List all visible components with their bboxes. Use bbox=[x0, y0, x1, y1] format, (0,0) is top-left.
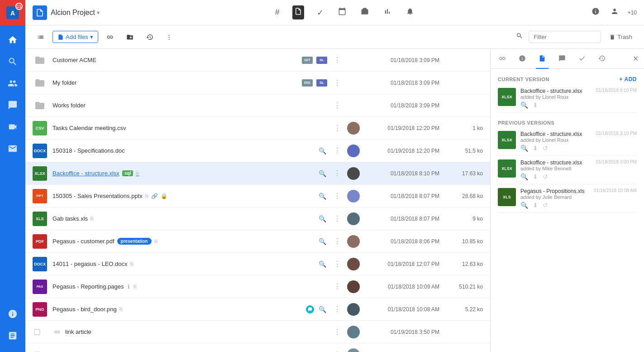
filter-input[interactable] bbox=[529, 31, 601, 43]
version-restore-icon[interactable]: ↺ bbox=[543, 202, 548, 209]
more-options-icon[interactable]: ⋮ bbox=[331, 100, 343, 111]
topbar-title[interactable]: Alcion Project ▾ bbox=[51, 9, 100, 17]
sidebar-item-bottom-icon[interactable] bbox=[0, 325, 25, 347]
search-action-icon[interactable]: 🔍 bbox=[318, 305, 327, 314]
table-row[interactable]: PNG Pegasus - bird_door.png ⎘ 🔍 ⋮ 01/18/… bbox=[25, 298, 490, 321]
version-search-icon[interactable]: 🔍 bbox=[520, 202, 528, 209]
list-view-button[interactable] bbox=[33, 31, 49, 43]
sidebar-item-mail[interactable] bbox=[0, 138, 25, 159]
add-files-button[interactable]: Add files ▾ bbox=[52, 31, 98, 43]
table-row[interactable]: Awesome link ⋮ 01/18/2018 3:09 PM bbox=[25, 343, 490, 352]
sidebar-item-chat[interactable] bbox=[0, 94, 25, 116]
more-options-button[interactable]: ⋮ bbox=[162, 31, 177, 43]
topbar-chart-icon[interactable] bbox=[382, 5, 393, 19]
table-row[interactable]: My folder DIS SL ⋮ 01/18/2018 3:09 PM bbox=[25, 72, 490, 94]
panel-tab-info[interactable] bbox=[516, 49, 529, 69]
file-actions: 🔍 bbox=[318, 214, 327, 223]
search-icon[interactable] bbox=[514, 30, 525, 43]
more-options-icon[interactable]: ⋮ bbox=[331, 123, 343, 133]
file-date: 01/18/2018 10:09 AM bbox=[367, 284, 439, 290]
search-action-icon[interactable]: 🔍 bbox=[318, 237, 327, 246]
topbar-calendar-icon[interactable] bbox=[336, 5, 348, 19]
new-folder-button[interactable] bbox=[122, 31, 138, 43]
more-options-icon[interactable]: ⋮ bbox=[331, 349, 343, 352]
file-date: 01/18/2018 10:08 AM bbox=[367, 306, 439, 313]
file-name: Customer ACME bbox=[52, 57, 302, 63]
search-action-icon[interactable]: 🔍 bbox=[318, 146, 327, 155]
more-options-icon[interactable]: ⋮ bbox=[331, 145, 343, 156]
table-row[interactable]: PAG Pegasus - Reporting.pages ℹ ⎘ ⋮ 01/1… bbox=[25, 275, 490, 298]
sidebar-item-search[interactable] bbox=[0, 51, 25, 72]
table-row[interactable]: CSV Tasks Calendar meeting.csv ⋮ 01/19/2… bbox=[25, 117, 490, 140]
more-options-icon[interactable]: ⋮ bbox=[331, 304, 343, 314]
table-row[interactable]: XLSX Backoffice - structure.xlsx sql ⎘ 🔍… bbox=[25, 162, 490, 185]
panel-tab-versions[interactable] bbox=[536, 49, 549, 69]
version-restore-icon[interactable]: ↺ bbox=[543, 173, 548, 180]
more-options-icon[interactable]: ⋮ bbox=[331, 77, 343, 88]
file-date: 01/18/2018 8:10 PM bbox=[367, 170, 439, 177]
copy-icon: ⎘ bbox=[134, 284, 137, 290]
more-options-icon[interactable]: ⋮ bbox=[331, 168, 343, 178]
more-options-icon[interactable]: ⋮ bbox=[331, 259, 343, 269]
sidebar-item-users[interactable] bbox=[0, 72, 25, 94]
version-file-icon: XLS bbox=[498, 188, 516, 206]
current-version-section: CURRENT VERSION + Add bbox=[498, 76, 637, 82]
more-options-icon[interactable]: ⋮ bbox=[331, 236, 343, 246]
version-download-icon[interactable]: ⬇ bbox=[533, 145, 538, 152]
sidebar-item-info[interactable] bbox=[0, 303, 25, 325]
topbar: Alcion Project ▾ # ✓ bbox=[25, 0, 644, 25]
topbar-file-icon[interactable] bbox=[292, 5, 304, 19]
table-row[interactable]: link article ⋮ 01/19/2018 3:50 PM bbox=[25, 321, 490, 343]
more-options-icon[interactable]: ⋮ bbox=[331, 327, 343, 337]
table-row[interactable]: XLS Gab tasks.xls ⎘ 🔍 ⋮ 01/18/2018 8:07 … bbox=[25, 207, 490, 230]
version-search-icon[interactable]: 🔍 bbox=[520, 145, 528, 152]
panel-tab-chat[interactable] bbox=[556, 49, 568, 69]
version-download-icon[interactable]: ⬇ bbox=[533, 173, 538, 180]
search-action-icon[interactable]: 🔍 bbox=[318, 192, 327, 201]
topbar-bell-icon[interactable] bbox=[404, 5, 416, 19]
more-options-icon[interactable]: ⋮ bbox=[331, 281, 343, 292]
more-options-icon[interactable]: ⋮ bbox=[331, 191, 343, 201]
presentation-tag: presentation bbox=[117, 238, 152, 245]
png-icon: PNG bbox=[33, 302, 47, 317]
add-version-button[interactable]: + Add bbox=[620, 76, 637, 82]
checkbox-icon bbox=[33, 328, 42, 337]
table-row[interactable]: DOCX 150318 - Specifications.doc 🔍 ⋮ 01/… bbox=[25, 140, 490, 162]
app-logo[interactable]: A 11 bbox=[0, 0, 25, 25]
more-options-icon[interactable]: ⋮ bbox=[331, 213, 343, 224]
table-row[interactable]: PDF Pegasus - customer.pdf presentation … bbox=[25, 230, 490, 253]
sidebar-item-video[interactable] bbox=[0, 116, 25, 138]
topbar-check-icon[interactable]: ✓ bbox=[315, 6, 325, 19]
file-name: 150305 - Sales Presentations.pptx ⎘ 🔗 🔒 bbox=[52, 193, 318, 199]
table-row[interactable]: PPT 150305 - Sales Presentations.pptx ⎘ … bbox=[25, 185, 490, 207]
table-row[interactable]: Works folder ⋮ 01/18/2018 3:09 PM bbox=[25, 94, 490, 117]
version-download-icon[interactable]: ⬇ bbox=[533, 202, 538, 209]
file-name: 14011 - pegasus - LEO.docx ⎘ bbox=[52, 260, 318, 267]
version-search-icon[interactable]: 🔍 bbox=[520, 173, 528, 180]
version-download-icon[interactable]: ⬇ bbox=[533, 101, 538, 109]
file-avatar bbox=[347, 167, 360, 180]
table-row[interactable]: Customer ACME GIT SL ⋮ 01/18/2018 3:09 P… bbox=[25, 49, 490, 72]
panel-close-button[interactable]: ✕ bbox=[633, 54, 639, 63]
search-action-icon[interactable]: 🔍 bbox=[318, 260, 327, 269]
panel-tab-link[interactable] bbox=[496, 49, 509, 69]
trash-button[interactable]: Trash bbox=[605, 31, 637, 43]
topbar-briefcase-icon[interactable] bbox=[359, 5, 371, 19]
panel-tab-check[interactable] bbox=[576, 49, 588, 69]
more-options-icon[interactable]: ⋮ bbox=[331, 55, 343, 65]
file-date: 01/18/2018 3:09 PM bbox=[367, 102, 439, 109]
table-row[interactable]: DOCX 14011 - pegasus - LEO.docx ⎘ 🔍 ⋮ 01… bbox=[25, 253, 490, 275]
version-search-icon[interactable]: 🔍 bbox=[520, 101, 528, 109]
xls-icon: XLS bbox=[33, 212, 47, 226]
version-restore-icon[interactable]: ↺ bbox=[543, 145, 548, 152]
history-button[interactable] bbox=[142, 31, 158, 43]
topbar-info-icon[interactable] bbox=[590, 5, 601, 19]
search-action-icon[interactable]: 🔍 bbox=[318, 169, 327, 178]
file-actions: GIT SL bbox=[302, 57, 327, 64]
topbar-hash-icon[interactable]: # bbox=[273, 6, 281, 19]
search-action-icon[interactable]: 🔍 bbox=[318, 214, 327, 223]
topbar-user-icon[interactable] bbox=[609, 5, 620, 19]
sidebar-item-home[interactable] bbox=[0, 29, 25, 51]
panel-tab-history[interactable] bbox=[596, 49, 608, 69]
link-button[interactable] bbox=[102, 31, 118, 43]
